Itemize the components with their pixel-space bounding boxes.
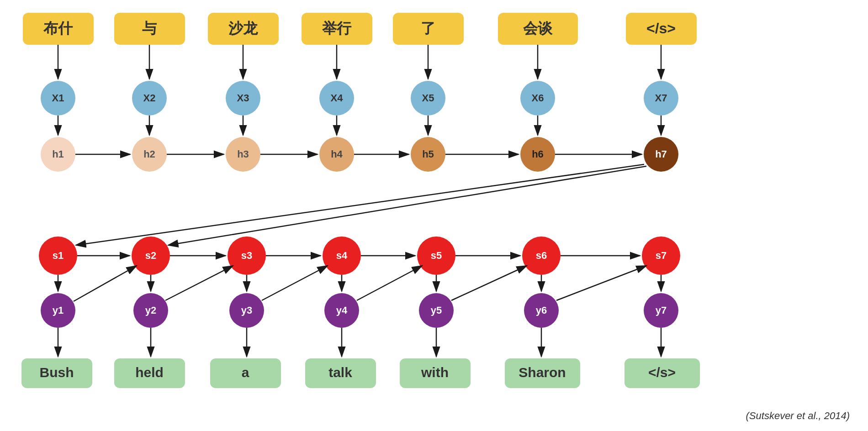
- word-label-eos-top: </s>: [646, 20, 676, 37]
- x6-label: X6: [532, 92, 544, 104]
- word-label-sharon: Sharon: [519, 365, 566, 380]
- word-label-talk: talk: [328, 365, 352, 380]
- arrow-h7-s1: [76, 164, 644, 245]
- arrow-y5-s6: [451, 266, 527, 300]
- s6-label: s6: [536, 250, 547, 261]
- s1-label: s1: [53, 250, 64, 261]
- word-label-huitan: 会谈: [523, 20, 553, 37]
- h3-label: h3: [237, 148, 249, 160]
- h1-label: h1: [52, 148, 64, 160]
- x4-label: X4: [331, 92, 344, 104]
- y5-label: y5: [431, 305, 442, 316]
- y7-label: y7: [656, 305, 667, 316]
- h6-label: h6: [532, 148, 544, 160]
- y4-label: y4: [336, 305, 348, 316]
- s4-label: s4: [336, 250, 348, 261]
- x2-label: X2: [143, 92, 156, 104]
- word-label-le: 了: [421, 20, 435, 37]
- h2-label: h2: [143, 148, 155, 160]
- h4-label: h4: [331, 148, 343, 160]
- arrow-h7-s2: [168, 166, 646, 245]
- word-label-a: a: [242, 365, 249, 380]
- word-label-juxing: 举行: [322, 20, 352, 37]
- arrow-y1-s2: [74, 266, 137, 301]
- s7-label: s7: [656, 250, 667, 261]
- y2-label: y2: [145, 305, 156, 316]
- diagram: 布什 与 沙龙 举行 了 会谈 </s> X1 X2 X3 X4 X5 X6 X…: [0, 0, 868, 431]
- word-label-with: with: [421, 365, 449, 380]
- x3-label: X3: [237, 92, 249, 104]
- arrow-y6-s7: [556, 266, 646, 300]
- x1-label: X1: [52, 92, 64, 104]
- h5-label: h5: [422, 148, 434, 160]
- y1-label: y1: [53, 305, 64, 316]
- word-label-shalong: 沙龙: [228, 20, 258, 37]
- h7-label: h7: [655, 148, 667, 160]
- word-label-held: held: [135, 365, 164, 380]
- s5-label: s5: [431, 250, 442, 261]
- x5-label: X5: [422, 92, 434, 104]
- arrow-y2-s3: [165, 266, 233, 300]
- y3-label: y3: [241, 305, 252, 316]
- word-label-yu: 与: [142, 20, 157, 37]
- y6-label: y6: [536, 305, 547, 316]
- s3-label: s3: [241, 250, 252, 261]
- word-label-bush: Bush: [40, 365, 74, 380]
- citation: (Sutskever et al., 2014): [746, 410, 850, 422]
- x7-label: X7: [655, 92, 667, 104]
- arrow-y4-s5: [357, 266, 422, 300]
- word-label-eos-bottom: </s>: [648, 365, 676, 380]
- arrow-y3-s4: [262, 266, 328, 300]
- word-label-bushen: 布什: [43, 20, 73, 37]
- s2-label: s2: [145, 250, 156, 261]
